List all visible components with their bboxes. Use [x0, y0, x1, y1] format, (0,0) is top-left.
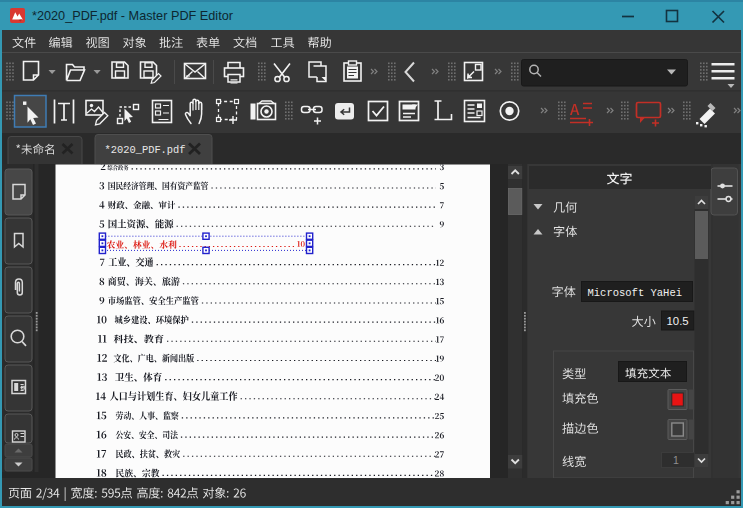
svg-text:10.5: 10.5: [667, 315, 689, 327]
svg-text:Microsoft YaHei: Microsoft YaHei: [588, 287, 683, 299]
svg-text:1: 1: [673, 454, 679, 466]
svg-text:*2020_PDF.pdf: *2020_PDF.pdf: [105, 144, 186, 156]
svg-text:*2020_PDF.pdf - Master PDF Edi: *2020_PDF.pdf - Master PDF Editor: [32, 9, 234, 23]
